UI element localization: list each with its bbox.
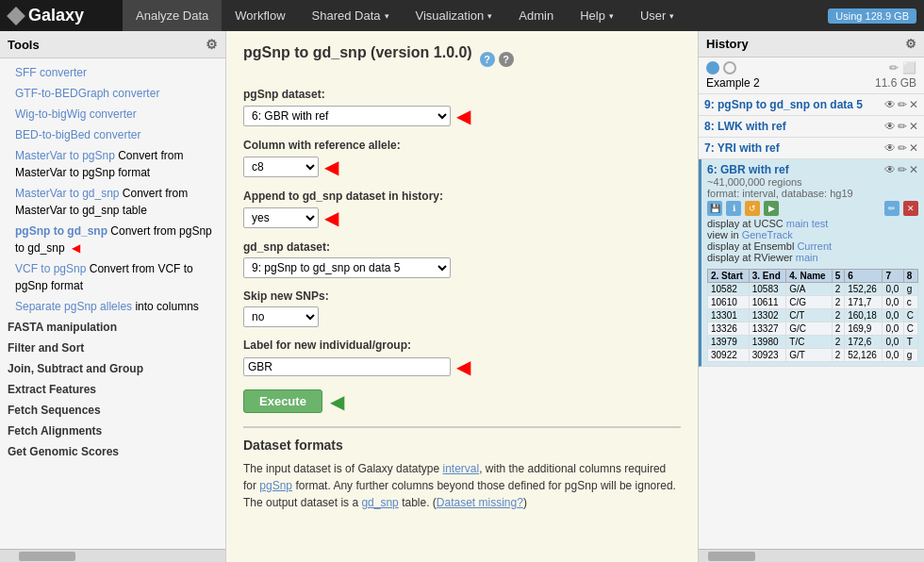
item-6-save-icon[interactable]: 💾 bbox=[707, 201, 722, 216]
col-8: 8 bbox=[903, 270, 917, 283]
interval-link[interactable]: interval bbox=[442, 462, 479, 475]
list-item: Wig-to-bigWig converter bbox=[0, 104, 225, 124]
right-h-scrollbar[interactable] bbox=[699, 549, 924, 562]
shared-data-arrow: ▾ bbox=[385, 11, 389, 21]
filter-link[interactable]: Filter and Sort bbox=[8, 341, 84, 355]
column-field: Column with reference allele: c8 ◀ bbox=[243, 139, 681, 178]
item-6-edit-icon[interactable]: ✏ bbox=[898, 163, 907, 176]
item-6-icons: 💾 ℹ ↺ ▶ ✏ ✕ bbox=[707, 201, 918, 216]
nav-admin[interactable]: Admin bbox=[505, 0, 567, 31]
separate-pgsnp-link[interactable]: Separate pgSnp alleles bbox=[15, 300, 132, 313]
item-6-pencil-icon[interactable]: ✏ bbox=[884, 201, 899, 216]
nav-user[interactable]: User ▾ bbox=[627, 0, 687, 31]
ensembl-text: display at Ensembl bbox=[707, 240, 797, 252]
pgsnp-arrow-icon: ◀ bbox=[72, 241, 80, 255]
help-circle-icon[interactable]: ? bbox=[480, 52, 495, 67]
item-6-eye-icon[interactable]: 👁 bbox=[884, 163, 896, 176]
table-row: 1397913980T/C2172,60,0T bbox=[708, 336, 918, 349]
item-7-title[interactable]: 7: YRI with ref bbox=[704, 141, 780, 155]
mastervar-gdsnp-link[interactable]: MasterVar to gd_snp bbox=[15, 187, 120, 200]
column-arrow-icon: ◀ bbox=[324, 156, 338, 178]
info-circle-icon[interactable]: ? bbox=[499, 52, 514, 67]
list-item: SFF converter bbox=[0, 62, 225, 83]
item-8-delete-icon[interactable]: ✕ bbox=[909, 120, 918, 133]
item-6-title[interactable]: 6: GBR with ref bbox=[707, 163, 789, 176]
item-7-delete-icon[interactable]: ✕ bbox=[909, 141, 918, 155]
gdsnp-link[interactable]: gd_snp bbox=[361, 496, 398, 509]
filter-section[interactable]: Filter and Sort bbox=[0, 338, 225, 358]
ucsc-main-link[interactable]: main bbox=[786, 218, 809, 229]
ensembl-current-link[interactable]: Current bbox=[797, 240, 832, 252]
col-5: 5 bbox=[832, 270, 844, 283]
item-7-eye-icon[interactable]: 👁 bbox=[884, 141, 896, 155]
group-label-input[interactable] bbox=[243, 357, 451, 376]
item-9-eye-icon[interactable]: 👁 bbox=[884, 98, 896, 111]
center-panel[interactable]: pgSnp to gd_snp (version 1.0.0) ? ? pgSn… bbox=[226, 31, 698, 562]
item-9-title[interactable]: 9: pgSnp to gd_snp on data 5 bbox=[704, 98, 863, 111]
gdsnp-select[interactable]: 9: pgSnp to gd_snp on data 5 bbox=[243, 257, 451, 278]
nav-help[interactable]: Help ▾ bbox=[567, 0, 627, 31]
fetch-align-link[interactable]: Fetch Alignments bbox=[8, 424, 102, 438]
item-6-meta2: format: interval, database: hg19 bbox=[707, 188, 918, 199]
bed-bigbed-link[interactable]: BED-to-bigBed converter bbox=[15, 128, 140, 141]
column-select[interactable]: c8 bbox=[243, 157, 319, 177]
item-8-title[interactable]: 8: LWK with ref bbox=[704, 120, 786, 133]
item-6-view-icon[interactable]: ▶ bbox=[764, 201, 779, 216]
tools-gear-icon[interactable]: ⚙ bbox=[206, 37, 218, 52]
history-minus-icon[interactable] bbox=[723, 61, 736, 74]
main-layout: Tools ⚙ SFF converter GTF-to-BEDGraph co… bbox=[0, 31, 924, 562]
fasta-link[interactable]: FASTA manipulation bbox=[8, 321, 117, 334]
genetrack-link[interactable]: GeneTrack bbox=[742, 229, 793, 240]
mastervar-pgsnp-link[interactable]: MasterVar to pgSnp bbox=[15, 149, 115, 162]
history-item-9: 9: pgSnp to gd_snp on data 5 👁 ✏ ✕ bbox=[699, 94, 924, 116]
fetch-seq-section[interactable]: Fetch Sequences bbox=[0, 400, 225, 421]
item-9-delete-icon[interactable]: ✕ bbox=[909, 98, 918, 111]
item-6-x-icon[interactable]: ✕ bbox=[903, 201, 918, 216]
join-section[interactable]: Join, Subtract and Group bbox=[0, 358, 225, 379]
fetch-align-section[interactable]: Fetch Alignments bbox=[0, 421, 225, 441]
pgsnp-gdsnp-link[interactable]: pgSnp to gd_snp bbox=[15, 224, 107, 238]
skip-select[interactable]: no bbox=[243, 306, 319, 327]
fasta-section[interactable]: FASTA manipulation bbox=[0, 317, 225, 338]
left-h-scrollbar[interactable] bbox=[0, 549, 225, 562]
item-8-eye-icon[interactable]: 👁 bbox=[884, 120, 896, 133]
history-gear-icon[interactable]: ⚙ bbox=[905, 37, 916, 51]
gtf-bedgraph-link[interactable]: GTF-to-BEDGraph converter bbox=[15, 87, 159, 100]
history-copy-icon[interactable]: ⬜ bbox=[902, 61, 916, 74]
rviewer-main-link[interactable]: main bbox=[796, 252, 818, 263]
table-row: 3092230923G/T252,1260,0g bbox=[708, 349, 918, 362]
dataset-select[interactable]: 6: GBR with ref bbox=[243, 106, 451, 126]
table-row: 1332613327G/C2169,90,0C bbox=[708, 322, 918, 336]
join-link[interactable]: Join, Subtract and Group bbox=[8, 362, 143, 375]
item-8-edit-icon[interactable]: ✏ bbox=[898, 120, 907, 133]
item-6-info-icon[interactable]: ℹ bbox=[726, 201, 741, 216]
extract-section[interactable]: Extract Features bbox=[0, 379, 225, 400]
get-genomic-section[interactable]: Get Genomic Scores bbox=[0, 441, 225, 462]
item-9-edit-icon[interactable]: ✏ bbox=[898, 98, 907, 111]
nav-visualization[interactable]: Visualization ▾ bbox=[403, 0, 506, 31]
item-6-rerun-icon[interactable]: ↺ bbox=[745, 201, 760, 216]
fetch-seq-link[interactable]: Fetch Sequences bbox=[8, 404, 101, 417]
pgsnp-link[interactable]: pgSnp bbox=[259, 479, 292, 492]
nav-analyze-data[interactable]: Analyze Data bbox=[123, 0, 222, 31]
append-select[interactable]: yes bbox=[243, 207, 319, 228]
nav-workflow[interactable]: Workflow bbox=[222, 0, 298, 31]
history-edit-icon[interactable]: ✏ bbox=[889, 61, 899, 74]
get-genomic-link[interactable]: Get Genomic Scores bbox=[8, 445, 119, 458]
execute-button[interactable]: Execute bbox=[243, 389, 322, 413]
dataset-missing-link[interactable]: Dataset missing? bbox=[437, 496, 523, 509]
item-6-meta1: ~41,000,000 regions bbox=[707, 176, 918, 188]
append-arrow-icon: ◀ bbox=[324, 207, 338, 229]
list-item: VCF to pgSnp Convert from VCF to pgSnp f… bbox=[0, 258, 225, 296]
item-7-edit-icon[interactable]: ✏ bbox=[898, 141, 907, 155]
display-ucsc-text: display at UCSC bbox=[707, 218, 786, 229]
extract-link[interactable]: Extract Features bbox=[8, 383, 96, 396]
galaxy-logo[interactable]: Galaxy bbox=[0, 0, 123, 31]
item-6-delete-icon[interactable]: ✕ bbox=[909, 163, 918, 176]
ucsc-test-link[interactable]: test bbox=[812, 218, 829, 229]
vcf-pgsnp-link[interactable]: VCF to pgSnp bbox=[15, 262, 86, 275]
sff-converter-link[interactable]: SFF converter bbox=[15, 66, 87, 79]
nav-shared-data[interactable]: Shared Data ▾ bbox=[299, 0, 403, 31]
wig-bigwig-link[interactable]: Wig-to-bigWig converter bbox=[15, 107, 137, 121]
execute-row: Execute ◀ bbox=[243, 389, 681, 413]
